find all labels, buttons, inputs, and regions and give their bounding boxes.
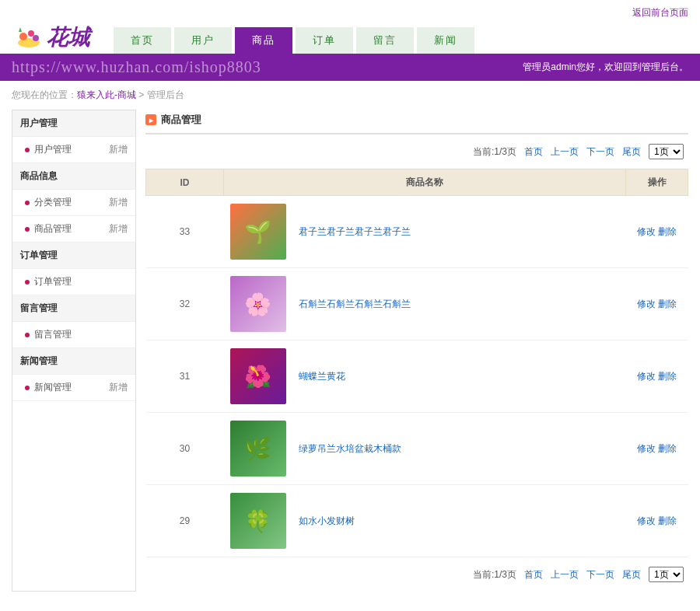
sidebar-item: 商品管理新增 [12, 216, 135, 243]
sidebar-group-title: 用户管理 [12, 110, 135, 137]
cell-action: 修改 删除 [626, 268, 688, 340]
svg-point-3 [33, 35, 39, 41]
edit-link[interactable]: 修改 [637, 443, 656, 454]
page-info: 当前:1/3页 [473, 145, 516, 159]
sidebar-group-title: 新闻管理 [12, 348, 135, 375]
cell-id: 32 [146, 268, 224, 340]
table-row: 31🌺蝴蝶兰黄花修改 删除 [146, 340, 688, 413]
nav-item[interactable]: 用户 [174, 27, 232, 54]
th-action: 操作 [626, 169, 688, 196]
svg-point-2 [28, 30, 34, 37]
page-title: ▸ 商品管理 [145, 110, 688, 134]
logo: 花城 [16, 23, 90, 52]
page-next-link[interactable]: 下一页 [586, 568, 614, 581]
product-thumbnail: 🌿 [230, 421, 286, 477]
sidebar-group-title: 订单管理 [12, 243, 135, 269]
product-table: ID 商品名称 操作 33🌱君子兰君子兰君子兰君子兰修改 删除32🌸石斛兰石斛兰… [145, 169, 688, 557]
sidebar-item: 留言管理 [12, 322, 135, 348]
sidebar: 用户管理用户管理新增商品信息分类管理新增商品管理新增订单管理订单管理留言管理留言… [12, 110, 136, 592]
sidebar-add-link[interactable]: 新增 [109, 222, 128, 236]
bullet-icon [25, 333, 30, 337]
table-row: 32🌸石斛兰石斛兰石斛兰石斛兰修改 删除 [146, 268, 688, 340]
sidebar-item-link[interactable]: 新闻管理 [25, 381, 72, 394]
page-prev-link[interactable]: 上一页 [551, 568, 579, 581]
delete-link[interactable]: 删除 [658, 443, 677, 454]
bullet-icon [25, 148, 30, 152]
page-last-link[interactable]: 尾页 [622, 568, 641, 581]
table-row: 30🌿绿萝吊兰水培盆栽木桶款修改 删除 [146, 413, 688, 485]
page-info: 当前:1/3页 [473, 568, 516, 581]
product-thumbnail: 🌸 [230, 276, 286, 332]
edit-link[interactable]: 修改 [637, 515, 656, 526]
page-prev-link[interactable]: 上一页 [551, 145, 579, 159]
product-name-link[interactable]: 君子兰君子兰君子兰君子兰 [299, 225, 411, 239]
cell-name: 🍀如水小发财树 [224, 485, 626, 557]
watermark-text: https://www.huzhan.com/ishop8803 [12, 58, 261, 76]
product-name-link[interactable]: 石斛兰石斛兰石斛兰石斛兰 [299, 298, 411, 311]
sidebar-group-title: 商品信息 [12, 163, 135, 190]
sidebar-item: 新闻管理新增 [12, 375, 135, 401]
delete-link[interactable]: 删除 [658, 226, 677, 237]
delete-link[interactable]: 删除 [658, 371, 677, 382]
cell-action: 修改 删除 [626, 340, 688, 413]
page-select[interactable]: 1页 [649, 567, 684, 582]
admin-bar: https://www.huzhan.com/ishop8803 管理员admi… [0, 54, 700, 81]
sidebar-item: 用户管理新增 [12, 137, 135, 163]
product-thumbnail: 🌺 [230, 348, 286, 404]
pagination-bottom: 当前:1/3页 首页 上一页 下一页 尾页 1页 [145, 557, 688, 592]
arrow-icon: ▸ [145, 114, 156, 125]
edit-link[interactable]: 修改 [637, 226, 656, 237]
nav-item[interactable]: 留言 [356, 27, 414, 54]
th-id: ID [146, 169, 224, 196]
cell-id: 33 [146, 196, 224, 268]
nav-item[interactable]: 商品 [235, 27, 292, 54]
pagination-top: 当前:1/3页 首页 上一页 下一页 尾页 1页 [145, 134, 688, 169]
cell-name: 🌿绿萝吊兰水培盆栽木桶款 [224, 413, 626, 485]
sidebar-add-link[interactable]: 新增 [109, 143, 128, 156]
th-name: 商品名称 [224, 169, 626, 196]
breadcrumb-link[interactable]: 猿来入此-商城 [77, 89, 136, 100]
cell-id: 29 [146, 485, 224, 557]
product-name-link[interactable]: 如水小发财树 [299, 515, 355, 528]
back-to-front-link[interactable]: 返回前台页面 [632, 7, 688, 18]
sidebar-item-link[interactable]: 用户管理 [25, 143, 72, 156]
bullet-icon [25, 280, 30, 285]
logo-text: 花城 [47, 23, 90, 52]
cell-action: 修改 删除 [626, 413, 688, 485]
cell-name: 🌱君子兰君子兰君子兰君子兰 [224, 196, 626, 268]
sidebar-item: 订单管理 [12, 269, 135, 295]
sidebar-item-link[interactable]: 订单管理 [25, 275, 72, 288]
cell-action: 修改 删除 [626, 485, 688, 557]
page-select[interactable]: 1页 [649, 144, 684, 159]
page-next-link[interactable]: 下一页 [586, 145, 614, 159]
cell-name: 🌸石斛兰石斛兰石斛兰石斛兰 [224, 268, 626, 340]
edit-link[interactable]: 修改 [637, 299, 656, 309]
cell-action: 修改 删除 [626, 196, 688, 268]
page-first-link[interactable]: 首页 [524, 145, 543, 159]
admin-greeting: 管理员admin您好，欢迎回到管理后台。 [523, 61, 688, 74]
sidebar-add-link[interactable]: 新增 [109, 196, 128, 209]
svg-point-1 [19, 33, 27, 40]
sidebar-add-link[interactable]: 新增 [109, 381, 128, 394]
table-row: 29🍀如水小发财树修改 删除 [146, 485, 688, 557]
nav-item[interactable]: 首页 [114, 27, 171, 54]
sidebar-item-link[interactable]: 留言管理 [25, 328, 72, 341]
logo-icon [16, 26, 42, 49]
delete-link[interactable]: 删除 [658, 515, 677, 526]
product-thumbnail: 🍀 [230, 493, 286, 549]
main-nav: 首页用户商品订单留言新闻 [114, 27, 474, 54]
sidebar-item: 分类管理新增 [12, 190, 135, 216]
delete-link[interactable]: 删除 [658, 299, 677, 309]
sidebar-group-title: 留言管理 [12, 295, 135, 322]
sidebar-item-link[interactable]: 分类管理 [25, 196, 72, 209]
nav-item[interactable]: 订单 [296, 27, 353, 54]
product-name-link[interactable]: 蝴蝶兰黄花 [299, 370, 345, 383]
sidebar-item-link[interactable]: 商品管理 [25, 222, 72, 236]
nav-item[interactable]: 新闻 [417, 27, 474, 54]
page-last-link[interactable]: 尾页 [622, 145, 641, 159]
product-name-link[interactable]: 绿萝吊兰水培盆栽木桶款 [299, 442, 401, 456]
edit-link[interactable]: 修改 [637, 371, 656, 382]
bullet-icon [25, 201, 30, 205]
page-first-link[interactable]: 首页 [524, 568, 543, 581]
cell-id: 31 [146, 340, 224, 413]
